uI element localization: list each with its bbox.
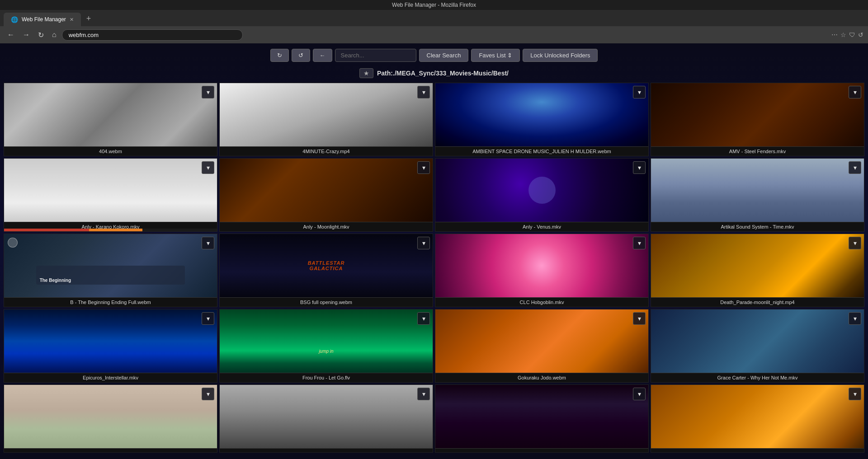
refresh-button[interactable]: ↻ [35, 29, 47, 41]
video-thumbnail [435, 159, 648, 222]
video-label: B - The Beginning Ending Full.webm [4, 297, 217, 307]
video-label: AMBIENT SPACE DRONE MUSIC_JULIEN H MULDE… [435, 146, 648, 156]
video-thumbnail [4, 159, 217, 222]
video-thumbnail [435, 234, 648, 297]
video-item[interactable]: ▾ CLC Hobgoblin.mkv [435, 234, 649, 307]
video-thumbnail [220, 83, 433, 146]
tab-label: Web File Manager [22, 16, 66, 23]
video-item[interactable]: ▾ Grace Carter - Why Her Not Me.mkv [651, 309, 864, 383]
video-menu-button[interactable]: ▾ [202, 86, 214, 98]
video-label [651, 448, 864, 452]
video-label: Epicuros_Interstellar.mkv [4, 373, 217, 382]
video-menu-button[interactable]: ▾ [417, 86, 430, 98]
reload-icon: ↺ [298, 52, 303, 59]
video-item[interactable]: ▾ Anly - Venus.mkv [435, 158, 649, 232]
video-thumbnail [651, 234, 864, 297]
video-thumbnail: The Beginning [4, 234, 217, 297]
video-label [220, 448, 433, 452]
star-button[interactable]: ★ [359, 68, 373, 78]
video-menu-button[interactable]: ▾ [849, 388, 861, 400]
video-label: BSG full opening.webm [220, 297, 433, 307]
video-item[interactable]: ▾ AMBIENT SPACE DRONE MUSIC_JULIEN H MUL… [435, 83, 649, 156]
tab-bar: 🌐 Web File Manager ✕ + [0, 10, 868, 26]
bookmark-icon[interactable]: ☆ [840, 31, 846, 38]
refresh-icon: ↻ [277, 52, 282, 59]
video-item[interactable]: ▾ 404.webm [4, 83, 217, 156]
refresh-files-button[interactable]: ↻ [270, 49, 289, 62]
video-label [435, 448, 648, 452]
video-item[interactable]: ▾ [651, 384, 864, 453]
back-icon: ← [320, 52, 326, 59]
video-label: Artikal Sound System - Time.mkv [651, 222, 864, 231]
video-menu-button[interactable]: ▾ [633, 388, 646, 400]
faves-list-button[interactable]: Faves List ⇕ [471, 49, 520, 62]
video-thumbnail [220, 159, 433, 222]
video-item[interactable]: ▾ Gokuraku Jodo.webm [435, 309, 649, 383]
video-menu-button[interactable]: ▾ [417, 161, 430, 174]
tab-favicon: 🌐 [11, 16, 18, 23]
video-item[interactable]: ▾ [219, 384, 433, 453]
video-menu-button[interactable]: ▾ [202, 312, 214, 325]
video-label: 404.webm [4, 146, 217, 156]
toolbar: ↻ ↺ ← Clear Search Faves List ⇕ Lock Unl… [0, 43, 868, 66]
home-button[interactable]: ⌂ [49, 29, 59, 41]
lock-folders-button[interactable]: Lock Unlocked Folders [523, 49, 598, 62]
video-menu-button[interactable]: ▾ [633, 86, 646, 98]
video-menu-button[interactable]: ▾ [202, 161, 214, 174]
clear-search-button[interactable]: Clear Search [419, 49, 469, 62]
video-menu-button[interactable]: ▾ [417, 312, 430, 325]
video-menu-button[interactable]: ▾ [849, 86, 861, 98]
back-files-button[interactable]: ← [313, 49, 332, 62]
nav-right-icons: ⋯ ☆ 🛡 ↺ [831, 31, 863, 38]
video-item[interactable]: ▾ Anly - Moonlight.mkv [219, 158, 433, 232]
video-thumbnail: BATTLESTARGALACTICA [220, 234, 433, 297]
video-thumbnail: jump in [220, 309, 433, 373]
video-menu-button[interactable]: ▾ [202, 388, 214, 400]
video-item[interactable]: ▾ Anly - Karano Kokoro.mkv [4, 158, 217, 232]
video-label: Frou Frou - Let Go.flv [220, 373, 433, 382]
forward-button[interactable]: → [20, 29, 33, 41]
video-label: CLC Hobgoblin.mkv [435, 297, 648, 307]
video-item[interactable]: jump in ▾ Frou Frou - Let Go.flv [219, 309, 433, 383]
video-item[interactable]: ▾ Artikal Sound System - Time.mkv [651, 158, 864, 232]
video-menu-button[interactable]: ▾ [633, 312, 646, 325]
shield-icon: 🛡 [849, 31, 855, 38]
address-bar[interactable] [62, 29, 243, 41]
reload-icon2[interactable]: ↺ [858, 31, 863, 38]
reload-files-button[interactable]: ↺ [292, 49, 310, 62]
video-thumbnail [651, 159, 864, 222]
video-menu-button[interactable]: ▾ [849, 237, 861, 249]
video-menu-button[interactable]: ▾ [633, 161, 646, 174]
page-content: ↻ ↺ ← Clear Search Faves List ⇕ Lock Unl… [0, 43, 868, 459]
video-thumbnail [435, 309, 648, 373]
back-button[interactable]: ← [5, 29, 17, 41]
active-tab[interactable]: 🌐 Web File Manager ✕ [4, 13, 81, 26]
video-item[interactable]: ▾ [4, 384, 217, 453]
extensions-icon[interactable]: ⋯ [831, 31, 838, 38]
video-menu-button[interactable]: ▾ [417, 388, 430, 400]
search-input[interactable] [335, 49, 416, 62]
video-item[interactable]: The Beginning ▾ B - The Beginning Ending… [4, 234, 217, 307]
video-item[interactable]: ▾ Epicuros_Interstellar.mkv [4, 309, 217, 383]
video-menu-button[interactable]: ▾ [417, 237, 430, 249]
video-item[interactable]: BATTLESTARGALACTICA ▾ BSG full opening.w… [219, 234, 433, 307]
video-menu-button[interactable]: ▾ [633, 237, 646, 249]
video-thumbnail [651, 385, 864, 448]
progress-bar [4, 229, 217, 231]
video-thumbnail [435, 83, 648, 146]
new-tab-button[interactable]: + [83, 12, 95, 25]
video-thumbnail [435, 385, 648, 448]
tab-close-icon[interactable]: ✕ [70, 17, 74, 23]
video-menu-button[interactable]: ▾ [849, 312, 861, 325]
video-menu-button[interactable]: ▾ [202, 237, 214, 249]
nav-bar: ← → ↻ ⌂ ⋯ ☆ 🛡 ↺ [0, 26, 868, 43]
video-thumbnail [4, 83, 217, 146]
video-item[interactable]: ▾ AMV - Steel Fenders.mkv [651, 83, 864, 156]
video-item[interactable]: ▾ Death_Parade-moonlit_night.mp4 [651, 234, 864, 307]
video-label: 4MINUTE-Crazy.mp4 [220, 146, 433, 156]
video-menu-button[interactable]: ▾ [849, 161, 861, 174]
video-item[interactable]: ▾ [435, 384, 649, 453]
video-thumbnail [4, 309, 217, 373]
path-bar: ★ Path:./MEGA_Sync/333_Movies-Music/Best… [0, 66, 868, 83]
video-item[interactable]: ▾ 4MINUTE-Crazy.mp4 [219, 83, 433, 156]
